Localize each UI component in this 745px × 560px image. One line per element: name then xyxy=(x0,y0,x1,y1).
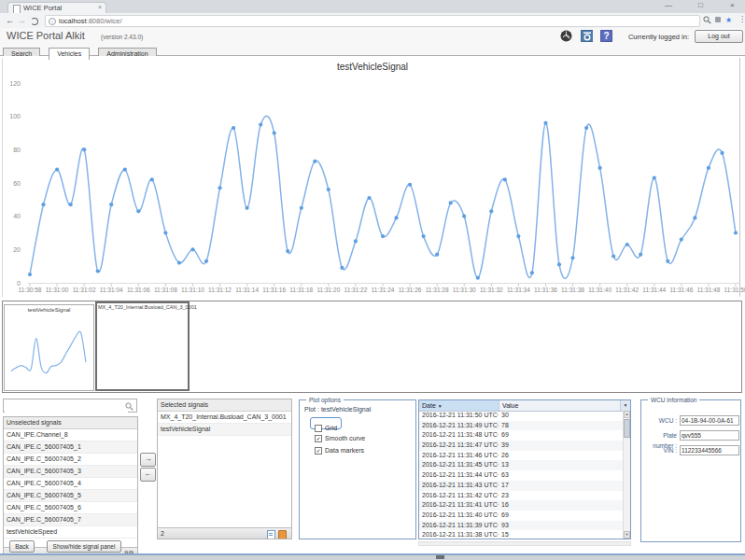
tab-close-icon[interactable]: × xyxy=(98,4,102,10)
svg-text:11:31:44: 11:31:44 xyxy=(642,287,666,293)
logo-globe-icon[interactable] xyxy=(560,30,572,42)
unselected-signal-item[interactable]: CAN_IPE.C_56007405_5 xyxy=(4,490,137,502)
wcu-field-label: VIN : xyxy=(641,445,677,455)
svg-text:11:31:02: 11:31:02 xyxy=(73,287,96,293)
unselected-signal-item[interactable]: CAN_IPE.Channel_8 xyxy=(4,429,137,441)
reload-icon[interactable] xyxy=(31,18,38,25)
url-path: :8080/wice/ xyxy=(87,17,122,25)
app-version: (version 2.43.0) xyxy=(101,34,143,40)
table-row[interactable]: 2016-12-21 11:31:48 UTC+169 xyxy=(419,430,623,441)
svg-text:11:31:34: 11:31:34 xyxy=(507,287,530,293)
unselected-signal-item[interactable]: CAN_IPE.C_56007405_6 xyxy=(4,502,137,514)
taskbar-item xyxy=(436,555,444,559)
column-header-date[interactable]: Date ▼ xyxy=(419,400,499,411)
table-row[interactable]: 2016-12-21 11:31:46 UTC+126 xyxy=(419,451,623,461)
zoom-search-icon[interactable] xyxy=(703,16,711,24)
wcu-field-input[interactable] xyxy=(680,430,739,441)
thumbnail-testvehiclesignal[interactable]: testVehicleSignal xyxy=(4,304,94,391)
cell-date: 2016-12-21 11:31:43 UTC+1 xyxy=(419,481,499,491)
move-right-button[interactable]: → xyxy=(140,453,156,467)
logout-button[interactable]: Log out xyxy=(695,30,743,43)
table-row[interactable]: 2016-12-21 11:31:44 UTC+163 xyxy=(419,470,623,481)
browser-menu-icon[interactable]: ⋮ xyxy=(738,15,745,23)
selected-signal-item[interactable]: MX_4_T20_Internal.Busload_CAN_3_0001 xyxy=(158,412,291,424)
window-close-icon[interactable]: × xyxy=(730,1,735,9)
export-clipboard-icon[interactable] xyxy=(278,530,287,539)
cell-date: 2016-12-21 11:31:46 UTC+1 xyxy=(419,451,499,461)
cell-value: 39 xyxy=(499,441,623,451)
table-scrollbar[interactable]: ▲ ▼ xyxy=(623,411,630,539)
wcu-field-input[interactable] xyxy=(680,415,739,426)
thumbnail-busload[interactable]: MX_4_T20_Internal.Busload_CAN_3_0001 xyxy=(95,301,190,391)
svg-text:60: 60 xyxy=(13,180,21,187)
scroll-down-icon[interactable]: ▼ xyxy=(624,531,630,539)
show-hide-signal-panel-button[interactable]: Show/hide signal panel xyxy=(47,540,121,553)
scrollbar-thumb[interactable] xyxy=(624,419,630,438)
svg-text:11:31:12: 11:31:12 xyxy=(208,287,232,293)
nav-forward-icon[interactable]: → xyxy=(18,16,26,25)
selected-signals-header: Selected signals xyxy=(158,399,291,412)
svg-text:11:31:32: 11:31:32 xyxy=(480,287,503,293)
table-row[interactable]: 2016-12-21 11:31:43 UTC+117 xyxy=(419,481,623,491)
cell-value: 93 xyxy=(499,521,623,531)
unselected-signal-item[interactable]: CAN_IPE.C_56007405_2 xyxy=(4,454,137,466)
wcu-legend: WCU information xyxy=(648,397,699,404)
selected-signal-item[interactable]: testVehicleSignal xyxy=(158,424,291,436)
move-left-button[interactable]: ← xyxy=(140,468,156,482)
table-row[interactable]: 2016-12-21 11:31:39 UTC+193 xyxy=(419,521,623,531)
tab-vehicles[interactable]: Vehicles xyxy=(49,48,90,60)
page-info-icon[interactable]: i xyxy=(49,18,56,25)
unselected-signal-item[interactable]: CAN_IPE.C_56007405_7 xyxy=(4,514,137,526)
address-bar[interactable]: i localhost:8080/wice/ xyxy=(45,15,700,27)
app-header: WICE Portal Alkit (version 2.43.0) ? Cur… xyxy=(0,28,745,43)
browser-tabstrip: WICE Portal × — □ × xyxy=(0,0,745,13)
checkbox-checked[interactable]: ✓ xyxy=(315,447,322,455)
export-document-icon[interactable] xyxy=(267,530,275,539)
table-row[interactable]: 2016-12-21 11:31:50 UTC+130 xyxy=(419,411,623,421)
url-host: localhost xyxy=(59,17,87,25)
svg-text:11:31:20: 11:31:20 xyxy=(316,287,340,293)
back-button[interactable]: Back xyxy=(9,540,35,553)
plot-option-grid[interactable]: Grid xyxy=(310,417,342,429)
table-row[interactable]: 2016-12-21 11:31:41 UTC+116 xyxy=(419,500,623,511)
svg-text:11:31:04: 11:31:04 xyxy=(100,287,123,293)
svg-text:100: 100 xyxy=(9,113,21,119)
window-maximize-icon[interactable]: □ xyxy=(698,1,703,9)
sort-desc-icon: ▼ xyxy=(438,403,443,409)
column-menu-icon[interactable]: ▼ xyxy=(620,400,630,411)
table-row[interactable]: 2016-12-21 11:31:49 UTC+178 xyxy=(419,421,623,431)
nav-back-icon[interactable]: ← xyxy=(6,16,14,25)
table-row[interactable]: 2016-12-21 11:31:47 UTC+139 xyxy=(419,441,623,451)
table-hscrollbar[interactable] xyxy=(418,541,631,546)
unselected-signal-item[interactable]: CAN_IPE.C_56007405_4 xyxy=(4,478,137,490)
selected-signals-rows: MX_4_T20_Internal.Busload_CAN_3_0001test… xyxy=(158,412,291,436)
thumbnail-label: MX_4_T20_Internal.Busload_CAN_3_0001 xyxy=(98,304,197,310)
window-minimize-icon[interactable]: — xyxy=(665,1,672,9)
camera-icon[interactable] xyxy=(581,30,593,42)
cell-value: 69 xyxy=(499,511,623,521)
cell-date: 2016-12-21 11:31:41 UTC+1 xyxy=(419,500,499,511)
table-row[interactable]: 2016-12-21 11:31:40 UTC+169 xyxy=(419,511,623,521)
column-header-value[interactable]: Value xyxy=(499,400,620,411)
plot-thumbnail-strip: testVehicleSignal MX_4_T20_Internal.Busl… xyxy=(2,301,742,393)
search-input[interactable] xyxy=(5,400,128,413)
bookmark-star-icon[interactable]: ★ xyxy=(725,16,732,25)
cell-date: 2016-12-21 11:31:47 UTC+1 xyxy=(419,441,499,451)
table-row[interactable]: 2016-12-21 11:31:42 UTC+123 xyxy=(419,491,623,501)
unselected-signal-item[interactable]: testVehicleSpeed xyxy=(4,526,137,539)
wcu-field-input[interactable] xyxy=(680,445,739,455)
sparkline-chart xyxy=(5,315,92,389)
extension-icon[interactable] xyxy=(715,17,721,22)
unselected-signal-item[interactable]: CAN_IPE.C_56007405_1 xyxy=(4,441,137,454)
plot-option-smooth-curve[interactable]: ✓Smooth curve xyxy=(315,429,365,438)
table-row[interactable]: 2016-12-21 11:31:45 UTC+113 xyxy=(419,460,623,470)
scroll-up-icon[interactable]: ▲ xyxy=(624,411,630,418)
svg-text:120: 120 xyxy=(9,80,21,87)
plot-option-data-markers[interactable]: ✓Data markers xyxy=(315,441,364,450)
app-title: WICE Portal Alkit xyxy=(7,30,85,41)
help-icon[interactable]: ? xyxy=(600,30,612,42)
svg-text:11:31:18: 11:31:18 xyxy=(289,287,313,293)
table-row[interactable]: 2016-12-21 11:31:38 UTC+115 xyxy=(419,530,623,539)
wcu-row: VIN : xyxy=(641,445,740,455)
unselected-signal-item[interactable]: CAN_IPE.C_56007405_3 xyxy=(4,466,137,478)
